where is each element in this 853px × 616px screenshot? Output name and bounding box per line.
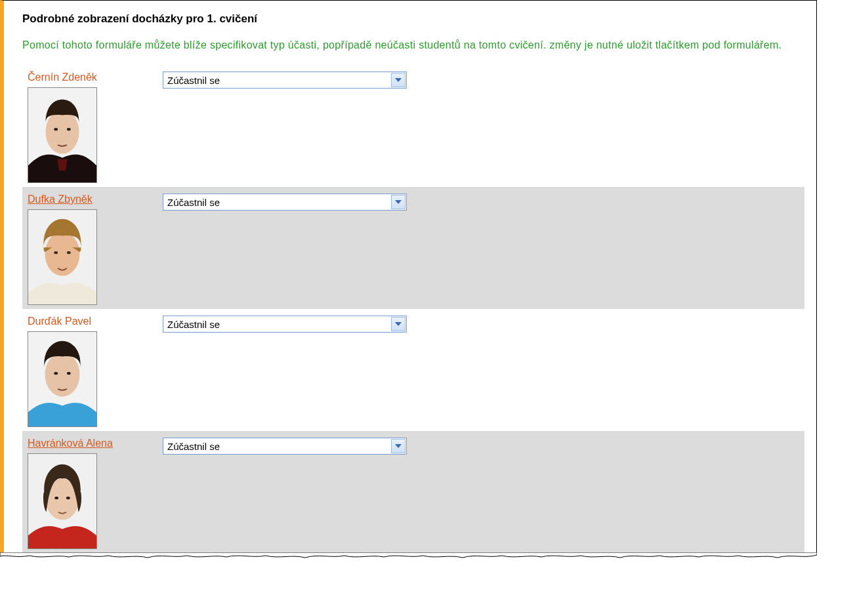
attendance-select[interactable]: Zúčastnil se <box>163 438 407 455</box>
student-photo <box>28 87 97 183</box>
student-select-cell: Zúčastnil se <box>160 68 421 92</box>
attendance-select[interactable]: Zúčastnil se <box>163 72 407 89</box>
student-name-cell: Durďák Pavel <box>22 312 154 431</box>
student-row: Dufka Zbyněk <box>22 187 804 309</box>
svg-point-15 <box>66 497 70 499</box>
svg-point-10 <box>54 372 58 375</box>
chevron-down-icon <box>391 73 406 87</box>
svg-point-3 <box>67 128 71 131</box>
torn-edge-decoration <box>0 552 853 560</box>
attendance-select-value: Zúčastnil se <box>163 319 390 330</box>
student-name-cell: Dufka Zbyněk <box>22 190 154 309</box>
student-name-link[interactable]: Durďák Pavel <box>28 316 91 327</box>
attendance-select-value: Zúčastnil se <box>163 441 390 452</box>
student-photo <box>28 453 97 549</box>
content-area: Podrobné zobrazení docházky pro 1. cviče… <box>4 1 816 553</box>
attendance-select[interactable]: Zúčastnil se <box>163 194 407 211</box>
svg-point-5 <box>45 232 80 276</box>
student-name-cell: Černín Zdeněk <box>22 68 154 187</box>
svg-point-6 <box>54 251 58 254</box>
student-row: Havránková Alena <box>22 431 804 553</box>
student-select-cell: Zúčastnil se <box>160 434 421 459</box>
svg-point-2 <box>54 128 58 131</box>
page-title: Podrobné zobrazení docházky pro 1. cviče… <box>22 12 804 26</box>
student-name-cell: Havránková Alena <box>22 434 154 553</box>
chevron-down-icon <box>391 195 406 209</box>
student-photo <box>28 331 97 427</box>
chevron-down-icon <box>391 439 406 453</box>
svg-point-11 <box>67 372 71 375</box>
attendance-select[interactable]: Zúčastnil se <box>163 316 407 333</box>
student-select-cell: Zúčastnil se <box>160 190 421 215</box>
attendance-select-value: Zúčastnil se <box>163 75 390 86</box>
student-select-cell: Zúčastnil se <box>160 312 421 337</box>
student-name-link[interactable]: Havránková Alena <box>28 438 113 449</box>
student-photo <box>28 209 97 305</box>
chevron-down-icon <box>391 317 406 331</box>
svg-point-7 <box>67 251 71 254</box>
student-name-link[interactable]: Dufka Zbyněk <box>28 194 93 205</box>
student-rows: Černín Zdeněk <box>22 65 804 553</box>
student-row: Durďák Pavel <box>22 309 804 431</box>
student-row: Černín Zdeněk <box>22 65 804 187</box>
attendance-form-panel: Podrobné zobrazení docházky pro 1. cviče… <box>0 0 817 554</box>
svg-point-14 <box>54 497 58 499</box>
hint-text: Pomocí tohoto formuláře můžete blíže spe… <box>22 37 804 53</box>
attendance-select-value: Zúčastnil se <box>163 197 390 208</box>
student-name-link[interactable]: Černín Zdeněk <box>28 72 97 83</box>
svg-point-1 <box>45 110 79 154</box>
